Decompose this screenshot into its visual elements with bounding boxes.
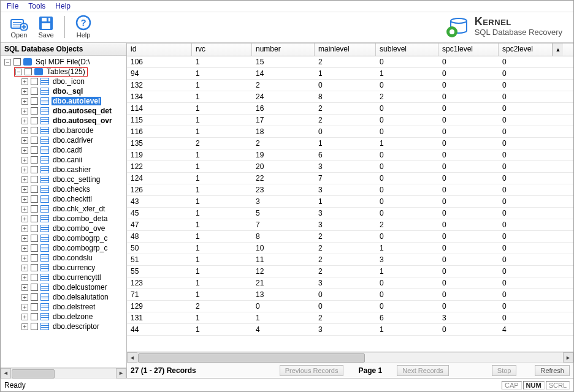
open-button[interactable]: Open — [6, 15, 33, 39]
table-row[interactable]: 44143104 — [127, 324, 573, 336]
table-row[interactable]: 45153000 — [127, 208, 573, 219]
table-row[interactable]: 1341248200 — [127, 91, 573, 103]
expand-icon[interactable] — [21, 255, 28, 262]
scroll-up-button[interactable]: ▲ — [553, 43, 563, 56]
scroll-right-button[interactable]: ► — [563, 352, 573, 363]
scroll-left-button[interactable]: ◄ — [127, 352, 137, 363]
checkbox[interactable] — [31, 274, 38, 281]
toggle-icon[interactable] — [15, 69, 22, 75]
tree-table-label[interactable]: dbo.condslu — [52, 254, 94, 262]
checkbox[interactable] — [31, 205, 38, 213]
checkbox[interactable] — [31, 97, 38, 105]
expand-icon[interactable] — [21, 118, 28, 124]
tree-table-label[interactable]: dbo.currencyttl — [52, 273, 102, 282]
tree-hscrollbar[interactable]: ◄ ► — [1, 368, 126, 378]
tree-table-label[interactable]: dbo.cadriver — [52, 136, 94, 145]
tree-table-label[interactable]: dbo.autoseq_det — [52, 107, 113, 115]
scroll-thumb[interactable] — [138, 353, 365, 363]
tree-table-label[interactable]: dbo._icon — [52, 77, 86, 86]
checkbox[interactable] — [31, 313, 38, 320]
expand-icon[interactable] — [21, 196, 28, 203]
expand-icon[interactable] — [21, 294, 28, 301]
expand-icon[interactable] — [21, 235, 28, 242]
tree-table-label[interactable]: dbo.delstreet — [52, 303, 96, 311]
expand-icon[interactable] — [21, 78, 28, 85]
checkbox[interactable] — [25, 68, 32, 75]
checkbox[interactable] — [31, 176, 38, 183]
checkbox[interactable] — [31, 195, 38, 203]
table-row[interactable]: 1241227000 — [127, 173, 573, 184]
checkbox[interactable] — [31, 303, 38, 311]
checkbox[interactable] — [31, 244, 38, 252]
column-header[interactable]: spc2level — [499, 43, 553, 56]
expand-icon[interactable] — [21, 265, 28, 271]
tree-table-label[interactable]: dbo.combo_deta — [52, 214, 109, 223]
checkbox[interactable] — [31, 78, 38, 85]
checkbox[interactable] — [31, 186, 38, 193]
tree-table-label[interactable]: dbo.combogrp_c — [52, 244, 109, 252]
next-records-button[interactable]: Next Records — [397, 365, 449, 376]
stop-button[interactable]: Stop — [492, 365, 517, 376]
tree-table-label[interactable]: dbo.delzone — [52, 312, 94, 321]
table-row[interactable]: 43131000 — [127, 196, 573, 208]
tree-table-label[interactable]: dbo.checkttl — [52, 195, 93, 203]
grid-body[interactable]: 1061152000941141100132120000134124820011… — [127, 56, 573, 352]
help-button[interactable]: ? Help — [70, 15, 97, 39]
expand-icon[interactable] — [21, 147, 28, 154]
table-row[interactable]: 1231213000 — [127, 277, 573, 289]
expand-icon[interactable] — [21, 323, 28, 330]
checkbox[interactable] — [31, 225, 38, 232]
toggle-icon[interactable] — [4, 59, 11, 66]
tree[interactable]: Sql MDF File(D:\Tables(125)dbo._icondbo.… — [1, 56, 126, 368]
table-row[interactable]: 131112630 — [127, 312, 573, 324]
table-row[interactable]: 47173200 — [127, 219, 573, 231]
expand-icon[interactable] — [21, 108, 28, 115]
tree-table-label[interactable]: dbo.currency — [52, 263, 96, 272]
table-row[interactable]: 1141162000 — [127, 103, 573, 115]
table-row[interactable]: 129200000 — [127, 301, 573, 312]
expand-icon[interactable] — [21, 225, 28, 232]
table-row[interactable]: 711130000 — [127, 289, 573, 301]
table-row[interactable]: 132120000 — [127, 80, 573, 91]
column-header[interactable]: mainlevel — [315, 43, 376, 56]
tree-table-label[interactable]: dbo.chk_xfer_dt — [52, 205, 106, 213]
column-header[interactable]: sublevel — [376, 43, 438, 56]
tree-table-label[interactable]: dbo.checks — [52, 185, 91, 194]
column-header[interactable]: rvc — [192, 43, 252, 56]
expand-icon[interactable] — [21, 176, 28, 183]
expand-icon[interactable] — [21, 98, 28, 105]
column-header[interactable]: spc1level — [438, 43, 499, 56]
checkbox[interactable] — [31, 146, 38, 154]
column-header[interactable]: id — [127, 43, 192, 56]
checkbox[interactable] — [31, 215, 38, 222]
checkbox[interactable] — [31, 323, 38, 330]
tree-table-label[interactable]: dbo.cc_setting — [52, 175, 101, 184]
checkbox[interactable] — [31, 88, 38, 95]
grid-hscrollbar[interactable]: ◄ ► — [127, 352, 573, 362]
expand-icon[interactable] — [21, 186, 28, 193]
menu-help[interactable]: Help — [55, 2, 71, 10]
menu-tools[interactable]: Tools — [28, 2, 45, 10]
tree-table-label[interactable]: dbo.barcode — [52, 126, 95, 135]
expand-icon[interactable] — [21, 206, 28, 213]
tree-table-label[interactable]: dbo.cashier — [52, 165, 92, 174]
table-row[interactable]: 941141100 — [127, 68, 573, 80]
previous-records-button[interactable]: Previous Records — [280, 365, 344, 376]
expand-icon[interactable] — [21, 216, 28, 222]
checkbox[interactable] — [31, 127, 38, 134]
tree-table-label[interactable]: dbo.autoseq_ovr — [52, 116, 113, 125]
checkbox[interactable] — [31, 235, 38, 242]
scroll-track[interactable] — [11, 368, 116, 379]
save-button[interactable]: Save — [33, 15, 59, 39]
column-header[interactable]: number — [252, 43, 315, 56]
refresh-button[interactable]: Refresh — [535, 365, 570, 376]
checkbox[interactable] — [31, 107, 38, 115]
expand-icon[interactable] — [21, 314, 28, 320]
table-row[interactable]: 48182000 — [127, 231, 573, 243]
expand-icon[interactable] — [21, 157, 28, 164]
tree-root-label[interactable]: Sql MDF File(D:\ — [34, 58, 91, 66]
checkbox[interactable] — [31, 264, 38, 271]
table-row[interactable]: 1161180000 — [127, 126, 573, 138]
table-row[interactable]: 135221100 — [127, 138, 573, 149]
scroll-right-button[interactable]: ► — [116, 368, 126, 379]
